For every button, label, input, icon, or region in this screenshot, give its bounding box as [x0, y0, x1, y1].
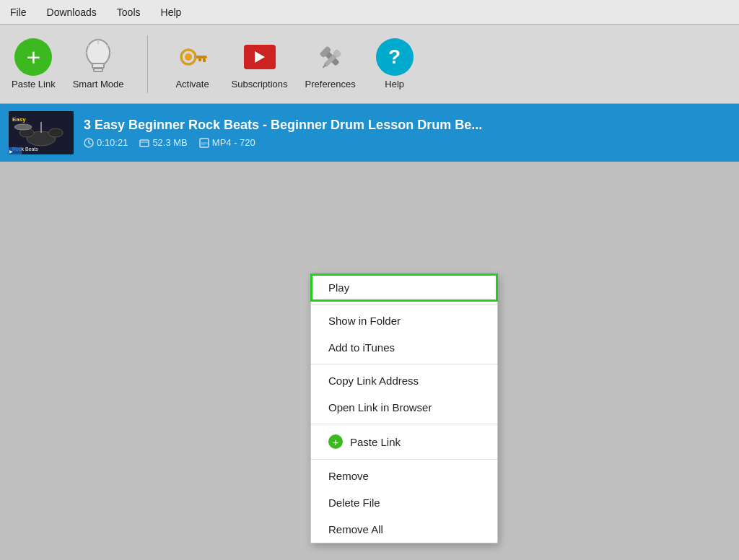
context-menu-add-to-itunes[interactable]: Add to iTunes — [311, 334, 497, 361]
paste-link-button[interactable]: Paste Link — [12, 38, 56, 89]
download-thumbnail: Easy Rock Beats ▶ — [9, 111, 74, 154]
smart-mode-icon — [79, 38, 117, 76]
svg-point-23 — [14, 124, 32, 130]
copy-link-label: Copy Link Address — [328, 375, 419, 387]
context-menu-remove[interactable]: Remove — [311, 463, 497, 489]
toolbar: Paste Link Smart Mode — [0, 25, 739, 104]
open-link-label: Open Link in Browser — [328, 401, 432, 414]
svg-line-31 — [89, 143, 91, 144]
menu-bar: File Downloads Tools Help — [0, 0, 739, 25]
delete-file-label: Delete File — [328, 496, 380, 509]
duration-meta: 0:10:21 — [84, 137, 128, 148]
svg-text:MP4: MP4 — [201, 141, 209, 146]
download-title: 3 Easy Beginner Rock Beats - Beginner Dr… — [84, 118, 730, 133]
subscriptions-label: Subscriptions — [232, 79, 288, 89]
svg-point-22 — [48, 128, 63, 137]
subscriptions-icon — [241, 38, 279, 76]
smart-mode-label: Smart Mode — [73, 79, 124, 89]
context-menu-remove-all[interactable]: Remove All — [311, 516, 497, 543]
svg-rect-2 — [94, 69, 102, 71]
context-menu-separator-4 — [311, 459, 497, 460]
help-button[interactable]: ? Help — [373, 38, 416, 89]
preferences-icon — [312, 38, 349, 76]
activate-label: Activate — [175, 79, 209, 89]
download-meta: 0:10:21 52.3 MB MP4 MP4 - 720 — [84, 137, 730, 148]
remove-all-label: Remove All — [328, 523, 383, 535]
download-info: 3 Easy Beginner Rock Beats - Beginner Dr… — [84, 118, 730, 148]
menu-help[interactable]: Help — [157, 5, 186, 19]
smart-mode-button[interactable]: Smart Mode — [73, 38, 124, 89]
svg-rect-12 — [198, 58, 201, 61]
context-menu-show-in-folder[interactable]: Show in Folder — [311, 307, 497, 334]
subscriptions-button[interactable]: Subscriptions — [232, 38, 288, 89]
paste-link-icon — [14, 38, 52, 76]
svg-rect-11 — [203, 58, 206, 62]
paste-link-circle-icon — [328, 434, 343, 449]
remove-label: Remove — [328, 470, 369, 482]
key-icon — [174, 38, 211, 76]
menu-file[interactable]: File — [6, 5, 31, 19]
duration-value: 0:10:21 — [97, 137, 128, 148]
size-value: 52.3 MB — [152, 137, 187, 148]
help-icon: ? — [376, 38, 414, 76]
svg-point-9 — [185, 53, 192, 61]
download-item[interactable]: Easy Rock Beats ▶ 3 Easy Beginner Rock B… — [0, 104, 739, 162]
context-menu-open-link[interactable]: Open Link in Browser — [311, 394, 497, 421]
download-list: Easy Rock Beats ▶ 3 Easy Beginner Rock B… — [0, 104, 739, 162]
svg-rect-32 — [140, 140, 149, 146]
menu-downloads[interactable]: Downloads — [43, 5, 101, 19]
svg-text:Easy: Easy — [12, 116, 26, 123]
toolbar-separator-1 — [147, 35, 148, 93]
preferences-button[interactable]: Preferences — [305, 38, 356, 89]
context-menu-separator-1 — [311, 304, 497, 305]
context-menu-paste-link[interactable]: Paste Link — [311, 427, 497, 456]
play-label: Play — [328, 281, 349, 294]
show-in-folder-label: Show in Folder — [328, 315, 401, 327]
context-menu-copy-link[interactable]: Copy Link Address — [311, 367, 497, 394]
paste-link-ctx-label: Paste Link — [350, 436, 401, 448]
size-meta: 52.3 MB — [139, 137, 187, 148]
svg-rect-1 — [92, 64, 104, 68]
context-menu: Play Show in Folder Add to iTunes Copy L… — [310, 274, 498, 543]
menu-tools[interactable]: Tools — [113, 5, 145, 19]
paste-link-label: Paste Link — [12, 79, 56, 89]
activate-button[interactable]: Activate — [171, 38, 214, 89]
add-to-itunes-label: Add to iTunes — [328, 341, 395, 354]
context-menu-separator-3 — [311, 424, 497, 424]
context-menu-play[interactable]: Play — [311, 274, 497, 301]
context-menu-delete-file[interactable]: Delete File — [311, 489, 497, 516]
svg-text:▶: ▶ — [9, 149, 13, 154]
context-menu-separator-2 — [311, 364, 497, 364]
main-area: Play Show in Folder Add to iTunes Copy L… — [0, 162, 739, 560]
format-value: MP4 - 720 — [212, 137, 255, 148]
help-label: Help — [385, 79, 404, 89]
preferences-label: Preferences — [305, 79, 356, 89]
format-meta: MP4 MP4 - 720 — [199, 137, 255, 148]
